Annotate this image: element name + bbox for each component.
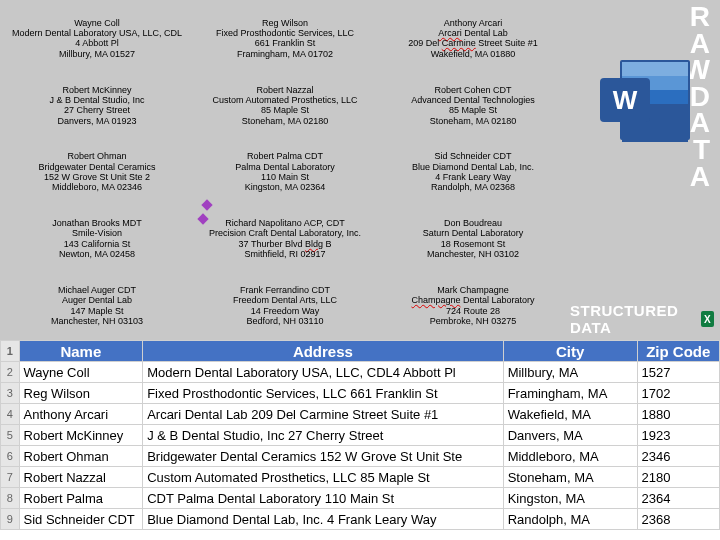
table-row: 4Anthony ArcariArcari Dental Lab 209 Del… [1, 404, 720, 425]
cell-zip[interactable]: 2364 [637, 488, 719, 509]
raw-entry: Michael Auger CDTAuger Dental Lab147 Map… [4, 273, 190, 338]
table-row: 3Reg WilsonFixed Prosthodontic Services,… [1, 383, 720, 404]
raw-entry: Don BoudreauSaturn Dental Laboratory18 R… [380, 206, 566, 271]
cell-name[interactable]: Robert McKinney [19, 425, 143, 446]
cell-city[interactable]: Wakefield, MA [503, 404, 637, 425]
cell-city[interactable]: Danvers, MA [503, 425, 637, 446]
data-table: 1 Name Address City Zip Code 2Wayne Coll… [0, 340, 720, 530]
raw-entry: Wayne CollModern Dental Laboratory USA, … [4, 6, 190, 71]
raw-entry: Jonathan Brooks MDTSmile-Vision143 Calif… [4, 206, 190, 271]
row-number: 1 [1, 341, 20, 362]
cell-zip[interactable]: 2180 [637, 467, 719, 488]
cell-city[interactable]: Framingham, MA [503, 383, 637, 404]
cell-city[interactable]: Randolph, MA [503, 509, 637, 530]
side-panel: RAWDATA W STRUCTURED DATA X [570, 0, 720, 340]
header-row: 1 Name Address City Zip Code [1, 341, 720, 362]
cell-name[interactable]: Robert Ohman [19, 446, 143, 467]
row-number: 5 [1, 425, 20, 446]
row-number: 8 [1, 488, 20, 509]
table-row: 6Robert OhmanBridgewater Dental Ceramics… [1, 446, 720, 467]
raw-entry: Robert Cohen CDTAdvanced Dental Technolo… [380, 73, 566, 138]
cell-zip[interactable]: 2368 [637, 509, 719, 530]
cell-name[interactable]: Wayne Coll [19, 362, 143, 383]
raw-entry: Robert NazzalCustom Automated Prosthetic… [192, 73, 378, 138]
raw-entry: Richard Napolitano ACP, CDTPrecision Cra… [192, 206, 378, 271]
word-icon: W [600, 60, 690, 140]
cell-address[interactable]: Blue Diamond Dental Lab, Inc. 4 Frank Le… [143, 509, 504, 530]
cell-zip[interactable]: 1702 [637, 383, 719, 404]
raw-data-grid: Wayne CollModern Dental Laboratory USA, … [0, 0, 570, 340]
row-number: 2 [1, 362, 20, 383]
spreadsheet: 1 Name Address City Zip Code 2Wayne Coll… [0, 340, 720, 540]
cell-name[interactable]: Sid Schneider CDT [19, 509, 143, 530]
cell-city[interactable]: Stoneham, MA [503, 467, 637, 488]
raw-entry: Sid Schneider CDTBlue Diamond Dental Lab… [380, 140, 566, 205]
cell-address[interactable]: Modern Dental Laboratory USA, LLC, CDL4 … [143, 362, 504, 383]
col-header-city[interactable]: City [503, 341, 637, 362]
cell-zip[interactable]: 1923 [637, 425, 719, 446]
col-header-address[interactable]: Address [143, 341, 504, 362]
table-row: 5Robert McKinneyJ & B Dental Studio, Inc… [1, 425, 720, 446]
cell-address[interactable]: Custom Automated Prosthetics, LLC 85 Map… [143, 467, 504, 488]
raw-entry: Robert Palma CDTPalma Dental Laboratory1… [192, 140, 378, 205]
cell-address[interactable]: CDT Palma Dental Laboratory 110 Main St [143, 488, 504, 509]
cell-address[interactable]: Arcari Dental Lab 209 Del Carmine Street… [143, 404, 504, 425]
col-header-zip[interactable]: Zip Code [637, 341, 719, 362]
structured-data-text: STRUCTURED DATA [570, 302, 695, 336]
raw-entry: Anthony ArcariArcari Dental Lab209 Del C… [380, 6, 566, 71]
raw-entry: Reg WilsonFixed Prosthodontic Services, … [192, 6, 378, 71]
row-number: 7 [1, 467, 20, 488]
row-number: 9 [1, 509, 20, 530]
table-row: 2Wayne CollModern Dental Laboratory USA,… [1, 362, 720, 383]
raw-entry: Mark ChampagneChampagne Dental Laborator… [380, 273, 566, 338]
table-row: 7Robert NazzalCustom Automated Prostheti… [1, 467, 720, 488]
cell-city[interactable]: Millbury, MA [503, 362, 637, 383]
cell-city[interactable]: Middleboro, MA [503, 446, 637, 467]
cell-zip[interactable]: 1527 [637, 362, 719, 383]
row-number: 3 [1, 383, 20, 404]
cell-address[interactable]: Bridgewater Dental Ceramics 152 W Grove … [143, 446, 504, 467]
cell-name[interactable]: Robert Palma [19, 488, 143, 509]
col-header-name[interactable]: Name [19, 341, 143, 362]
top-panel: Wayne CollModern Dental Laboratory USA, … [0, 0, 720, 340]
cell-city[interactable]: Kingston, MA [503, 488, 637, 509]
table-row: 9Sid Schneider CDTBlue Diamond Dental La… [1, 509, 720, 530]
raw-entry: Robert McKinneyJ & B Dental Studio, Inc2… [4, 73, 190, 138]
word-icon-badge: W [600, 78, 650, 122]
cell-name[interactable]: Reg Wilson [19, 383, 143, 404]
cell-name[interactable]: Anthony Arcari [19, 404, 143, 425]
cell-address[interactable]: Fixed Prosthodontic Services, LLC 661 Fr… [143, 383, 504, 404]
cell-zip[interactable]: 1880 [637, 404, 719, 425]
row-number: 6 [1, 446, 20, 467]
raw-entry: Frank Ferrandino CDTFreedom Dental Arts,… [192, 273, 378, 338]
table-row: 8Robert PalmaCDT Palma Dental Laboratory… [1, 488, 720, 509]
excel-icon: X [701, 311, 714, 327]
row-number: 4 [1, 404, 20, 425]
cell-address[interactable]: J & B Dental Studio, Inc 27 Cherry Stree… [143, 425, 504, 446]
raw-entry: Robert OhmanBridgewater Dental Ceramics1… [4, 140, 190, 205]
cell-name[interactable]: Robert Nazzal [19, 467, 143, 488]
cell-zip[interactable]: 2346 [637, 446, 719, 467]
structured-data-label: STRUCTURED DATA X [570, 302, 714, 336]
